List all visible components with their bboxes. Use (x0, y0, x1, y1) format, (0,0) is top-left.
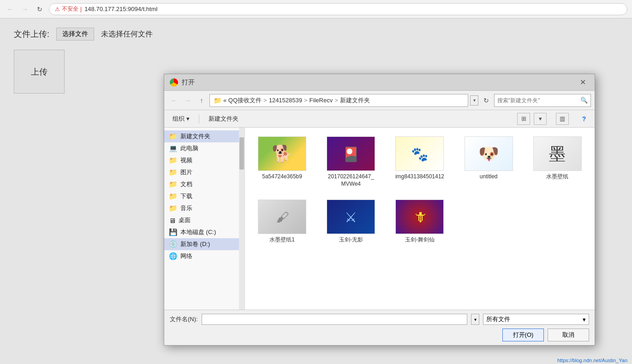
sidebar-item-network[interactable]: 🌐 网络 (164, 250, 244, 262)
breadcrumb-bar[interactable]: 📁 « QQ接收文件 > 1241528539 > FileRecv > 新建文… (209, 94, 468, 107)
addr-forward-button[interactable]: → (182, 94, 194, 106)
addr-refresh-button[interactable]: ↻ (480, 94, 492, 106)
sidebar-item-downloads[interactable]: 📁 下载 (164, 190, 244, 202)
warning-icon: ⚠ (55, 6, 60, 12)
network-icon: 🌐 (169, 252, 178, 260)
desktop-icon: 🖥 (169, 217, 176, 224)
file-thumbnail (395, 200, 444, 234)
forward-button[interactable]: → (19, 4, 30, 15)
dialog-sidebar: 📁 新建文件夹 💻 此电脑 📁 视频 📁 图片 (164, 128, 245, 310)
filetype-dropdown-icon: ▾ (583, 316, 586, 323)
sidebar-item-label: 桌面 (179, 216, 191, 224)
organize-button[interactable]: 组织 ▾ (169, 113, 193, 125)
file-name: 5a54724e365b9 (262, 173, 302, 181)
sidebar-scrollbar[interactable] (239, 128, 244, 310)
view-large-icon-button[interactable]: ⊞ (517, 113, 530, 125)
help-button[interactable]: ? (578, 113, 590, 125)
url-bar[interactable]: ⚠ 不安全 | 148.70.177.215:9094/t.html (49, 3, 627, 15)
security-indicator: ⚠ 不安全 | (55, 5, 82, 13)
addr-back-button[interactable]: ← (168, 94, 180, 106)
dialog-addressbar: ← → ↑ 📁 « QQ接收文件 > 1241528539 > FileRecv… (164, 91, 595, 110)
browser-toolbar: ← → ↻ ⚠ 不安全 | 148.70.177.215:9094/t.html (0, 0, 632, 18)
breadcrumb-root: « QQ接收文件 (223, 96, 262, 105)
search-button[interactable]: 🔍 (580, 97, 588, 104)
filetype-select[interactable]: 所有文件 ▾ (483, 314, 589, 325)
dialog-filelist: 5a54724e365b9 20170226124647_MVWe4 img84… (245, 128, 595, 310)
sidebar-item-this-pc[interactable]: 💻 此电脑 (164, 142, 244, 154)
sidebar-item-video[interactable]: 📁 视频 (164, 154, 244, 166)
file-item[interactable]: img8431384501412 (387, 132, 452, 185)
breadcrumb-part1: 1241528539 (269, 97, 302, 104)
breadcrumb-sep3: > (334, 97, 338, 104)
file-item[interactable]: untitled (456, 132, 521, 185)
breadcrumb-part3: 新建文件夹 (340, 96, 370, 105)
folder-icon: 📁 (169, 192, 178, 200)
dialog-toolbar: 组织 ▾ 新建文件夹 ⊞ ▾ ▥ ? (164, 110, 595, 128)
sidebar-item-label: 本地磁盘 (C:) (180, 228, 216, 236)
dialog-close-button[interactable]: ✕ (576, 76, 589, 89)
sidebar-item-label: 新建文件夹 (180, 132, 210, 141)
file-thumbnail (395, 136, 444, 171)
filename-row: 文件名(N): ▾ 所有文件 ▾ (170, 314, 589, 325)
file-name: 20170226124647_MVWe4 (326, 173, 376, 188)
browser-status-link: https://blog.ndn.net/Austin_Yan (557, 357, 627, 364)
dialog-overlay: 打开 ✕ ← → ↑ 📁 « QQ接收文件 > 1241528539 > Fil… (0, 18, 632, 364)
sidebar-item-desktop[interactable]: 🖥 桌面 (164, 214, 244, 226)
pc-icon: 💻 (169, 144, 178, 153)
file-thumbnail (258, 200, 306, 234)
folder-icon: 📁 (169, 204, 178, 212)
view-dropdown-button[interactable]: ▾ (534, 113, 547, 125)
back-button[interactable]: ← (5, 4, 16, 15)
sidebar-item-label: 音乐 (180, 204, 192, 212)
sidebar-item-music[interactable]: 📁 音乐 (164, 202, 244, 214)
sidebar-scroll-thumb (239, 137, 244, 170)
sidebar-item-drive-c[interactable]: 💾 本地磁盘 (C:) (164, 226, 244, 238)
breadcrumb-sep1: > (263, 97, 267, 104)
filename-dropdown-button[interactable]: ▾ (471, 314, 479, 325)
dialog-title: 打开 (182, 78, 572, 87)
drive-icon: 💿 (169, 240, 178, 248)
dialog-titlebar: 打开 ✕ (164, 74, 595, 91)
sidebar-item-pictures[interactable]: 📁 图片 (164, 166, 244, 178)
filename-label: 文件名(N): (170, 315, 198, 323)
sidebar-item-documents[interactable]: 📁 文档 (164, 178, 244, 190)
chrome-icon (170, 78, 178, 87)
search-input[interactable] (497, 97, 578, 104)
file-item[interactable]: 水墨壁纸1 (250, 195, 315, 248)
sidebar-item-drive-d[interactable]: 💿 新加卷 (D:) (164, 238, 244, 250)
file-grid: 5a54724e365b9 20170226124647_MVWe4 img84… (250, 132, 590, 248)
file-item[interactable]: 玉剑-无影 (318, 195, 383, 248)
dialog-bottom: 文件名(N): ▾ 所有文件 ▾ 打开(O) 取消 (164, 310, 595, 345)
file-thumbnail (327, 200, 375, 234)
folder-icon: 📁 (214, 97, 221, 104)
preview-pane-button[interactable]: ▥ (556, 113, 569, 125)
file-name: 玉剑-舞剑仙 (405, 236, 435, 244)
file-item[interactable]: 20170226124647_MVWe4 (318, 132, 383, 192)
sidebar-item-label: 网络 (180, 252, 192, 260)
dialog-main: 📁 新建文件夹 💻 此电脑 📁 视频 📁 图片 (164, 128, 595, 310)
sidebar-item-label: 新加卷 (D:) (180, 240, 210, 248)
folder-icon: 📁 (169, 132, 178, 141)
open-button[interactable]: 打开(O) (502, 329, 544, 341)
file-item[interactable]: 5a54724e365b9 (250, 132, 315, 185)
cancel-button[interactable]: 取消 (548, 329, 589, 341)
addr-up-button[interactable]: ↑ (196, 94, 208, 106)
dialog-search-bar[interactable]: 🔍 (494, 94, 591, 107)
folder-icon: 📁 (169, 156, 178, 164)
filename-input[interactable] (202, 314, 467, 325)
file-name: 玉剑-无影 (339, 236, 363, 244)
folder-icon: 📁 (169, 168, 178, 176)
drive-icon: 💾 (169, 228, 178, 236)
sidebar-item-new-folder[interactable]: 📁 新建文件夹 (164, 130, 244, 142)
sidebar-item-label: 此电脑 (180, 144, 198, 153)
url-text: 148.70.177.215:9094/t.html (84, 6, 157, 12)
file-thumbnail (258, 136, 306, 171)
sidebar-item-label: 图片 (180, 168, 192, 176)
file-item[interactable]: 玉剑-舞剑仙 (387, 195, 452, 248)
file-item[interactable]: 水墨壁纸 (525, 132, 590, 185)
new-folder-button[interactable]: 新建文件夹 (205, 113, 242, 125)
breadcrumb-part2: FileRecv (310, 97, 333, 104)
breadcrumb-dropdown-button[interactable]: ▾ (470, 95, 478, 106)
reload-button[interactable]: ↻ (34, 4, 45, 15)
sidebar-item-label: 下载 (180, 192, 192, 200)
